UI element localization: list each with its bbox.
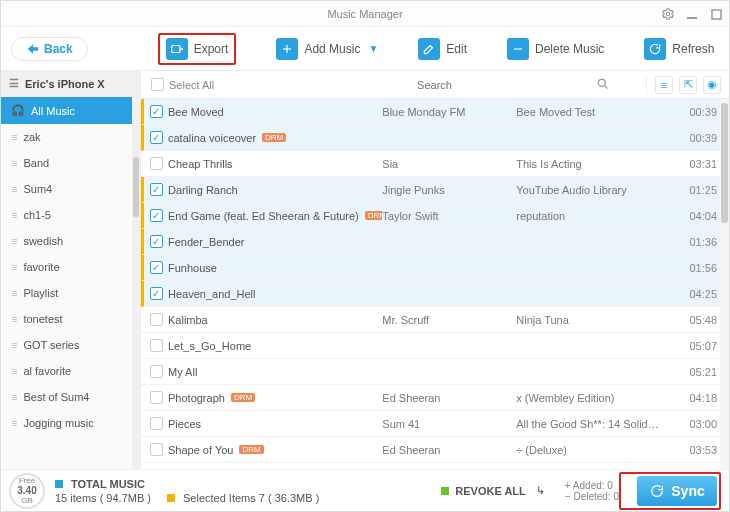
sidebar-item-label: All Music bbox=[31, 105, 75, 117]
edit-icon bbox=[418, 38, 440, 60]
sidebar-item[interactable]: ≡zak bbox=[1, 124, 140, 150]
refresh-button[interactable]: Refresh bbox=[644, 38, 714, 60]
edit-label: Edit bbox=[446, 42, 467, 56]
svg-rect-3 bbox=[171, 45, 179, 52]
playlist-icon: ≡ bbox=[11, 131, 17, 143]
table-row[interactable]: My All05:21 bbox=[141, 359, 729, 385]
row-artist: Ed Sheeran bbox=[382, 392, 516, 404]
row-checkbox[interactable] bbox=[150, 157, 163, 170]
track-rows: Bee MovedBlue Monday FMBee Moved Test00:… bbox=[141, 99, 729, 469]
sidebar-item[interactable]: ≡Sum4 bbox=[1, 176, 140, 202]
playlist-icon: ≡ bbox=[11, 417, 17, 429]
row-title: Shape of You DRM bbox=[168, 444, 382, 456]
sidebar-item-label: swedish bbox=[23, 235, 63, 247]
table-row[interactable]: Bee MovedBlue Monday FMBee Moved Test00:… bbox=[141, 99, 729, 125]
row-time: 03:31 bbox=[677, 158, 717, 170]
selected-detail: Selected Items 7 ( 36.3MB ) bbox=[183, 492, 319, 504]
row-checkbox[interactable] bbox=[150, 365, 163, 378]
gear-icon[interactable] bbox=[661, 7, 675, 21]
table-row[interactable]: Funhouse01:56 bbox=[141, 255, 729, 281]
playlist-icon: ≡ bbox=[11, 339, 17, 351]
table-row[interactable]: Shape of You DRMEd Sheeran÷ (Deluxe)03:5… bbox=[141, 437, 729, 463]
sync-button[interactable]: Sync bbox=[637, 476, 717, 506]
sidebar-item-label: tonetest bbox=[23, 313, 62, 325]
row-checkbox[interactable] bbox=[150, 209, 163, 222]
sidebar-item-label: al favorite bbox=[23, 365, 71, 377]
table-row[interactable]: Heaven_and_Hell04:25 bbox=[141, 281, 729, 307]
sidebar-item-label: favorite bbox=[23, 261, 59, 273]
sidebar-item[interactable]: ≡Playlist bbox=[1, 280, 140, 306]
revoke-label[interactable]: REVOKE ALL bbox=[455, 485, 526, 497]
table-row[interactable]: Photograph DRMEd Sheeranx (Wembley Editi… bbox=[141, 385, 729, 411]
edit-button[interactable]: Edit bbox=[418, 38, 467, 60]
table-row[interactable]: Cheap ThrillsSiaThis Is Acting03:31 bbox=[141, 151, 729, 177]
device-header[interactable]: ☰ Eric's iPhone X bbox=[1, 71, 140, 97]
playlist-icon: ≡ bbox=[11, 365, 17, 377]
total-color-icon bbox=[55, 480, 63, 488]
table-row[interactable]: Let_s_Go_Home05:07 bbox=[141, 333, 729, 359]
table-row[interactable]: End Game (feat. Ed Sheeran & Future) DRM… bbox=[141, 203, 729, 229]
table-row[interactable]: KalimbaMr. ScruffNinja Tuna05:48 bbox=[141, 307, 729, 333]
view-list-icon[interactable]: ≡ bbox=[655, 76, 673, 94]
row-checkbox[interactable] bbox=[150, 391, 163, 404]
sidebar-scrollbar-thumb[interactable] bbox=[133, 157, 139, 217]
select-all-checkbox[interactable] bbox=[151, 78, 164, 91]
table-row[interactable]: PiecesSum 41All the Good Sh**: 14 Solid…… bbox=[141, 411, 729, 437]
delete-label: Delete Music bbox=[535, 42, 604, 56]
export-button[interactable]: Export bbox=[158, 33, 237, 65]
sidebar-item[interactable]: ≡ch1-5 bbox=[1, 202, 140, 228]
sidebar-item[interactable]: 🎧All Music bbox=[1, 97, 140, 124]
sidebar-item[interactable]: ≡swedish bbox=[1, 228, 140, 254]
sidebar-item[interactable]: ≡Best of Sum4 bbox=[1, 384, 140, 410]
row-checkbox[interactable] bbox=[150, 105, 163, 118]
sidebar: ☰ Eric's iPhone X 🎧All Music≡zak≡Band≡Su… bbox=[1, 71, 141, 469]
delete-music-button[interactable]: Delete Music bbox=[507, 38, 604, 60]
sidebar-item[interactable]: ≡Jogging music bbox=[1, 410, 140, 436]
playlist-icon: ≡ bbox=[11, 313, 17, 325]
row-checkbox[interactable] bbox=[150, 417, 163, 430]
drm-badge: DRM bbox=[365, 211, 383, 220]
table-row[interactable]: Darling RanchJingle PunksYouTube Audio L… bbox=[141, 177, 729, 203]
row-checkbox[interactable] bbox=[150, 313, 163, 326]
sidebar-item-label: Sum4 bbox=[23, 183, 52, 195]
maximize-icon[interactable] bbox=[709, 7, 723, 21]
search-input[interactable] bbox=[335, 79, 535, 91]
back-button[interactable]: Back bbox=[11, 37, 88, 61]
sidebar-item[interactable]: ≡favorite bbox=[1, 254, 140, 280]
sidebar-item[interactable]: ≡Band bbox=[1, 150, 140, 176]
row-checkbox[interactable] bbox=[150, 183, 163, 196]
table-row[interactable]: Fender_Bender01:36 bbox=[141, 229, 729, 255]
row-title: Funhouse bbox=[168, 262, 382, 274]
device-name: Eric's iPhone X bbox=[25, 78, 105, 90]
row-checkbox[interactable] bbox=[150, 287, 163, 300]
sidebar-item[interactable]: ≡GOT series bbox=[1, 332, 140, 358]
table-row[interactable]: catalina voiceover DRM00:39 bbox=[141, 125, 729, 151]
playlist-icon: ≡ bbox=[11, 183, 17, 195]
plus-icon bbox=[276, 38, 298, 60]
row-title: Bee Moved bbox=[168, 106, 382, 118]
add-music-button[interactable]: Add Music ▼ bbox=[276, 38, 378, 60]
row-time: 04:25 bbox=[677, 288, 717, 300]
row-checkbox[interactable] bbox=[150, 131, 163, 144]
sidebar-item-label: Jogging music bbox=[23, 417, 93, 429]
refresh-label: Refresh bbox=[672, 42, 714, 56]
row-checkbox[interactable] bbox=[150, 261, 163, 274]
sidebar-scrollbar-track[interactable] bbox=[132, 97, 140, 469]
deleted-count: − Deleted: 0 bbox=[565, 491, 619, 502]
rows-scrollbar-thumb[interactable] bbox=[721, 103, 728, 223]
minimize-icon[interactable] bbox=[685, 7, 699, 21]
search-icon[interactable] bbox=[596, 77, 610, 93]
sidebar-item[interactable]: ≡al favorite bbox=[1, 358, 140, 384]
row-checkbox[interactable] bbox=[150, 235, 163, 248]
svg-line-8 bbox=[605, 85, 608, 88]
row-artist: Jingle Punks bbox=[382, 184, 516, 196]
view-grid-icon[interactable]: ◉ bbox=[703, 76, 721, 94]
goto-top-icon[interactable]: ⇱ bbox=[679, 76, 697, 94]
row-title: Fender_Bender bbox=[168, 236, 382, 248]
row-checkbox[interactable] bbox=[150, 443, 163, 456]
sidebar-item-label: Playlist bbox=[23, 287, 58, 299]
sidebar-item-label: GOT series bbox=[23, 339, 79, 351]
row-checkbox[interactable] bbox=[150, 339, 163, 352]
sidebar-item[interactable]: ≡tonetest bbox=[1, 306, 140, 332]
row-album: YouTube Audio Library bbox=[516, 184, 677, 196]
